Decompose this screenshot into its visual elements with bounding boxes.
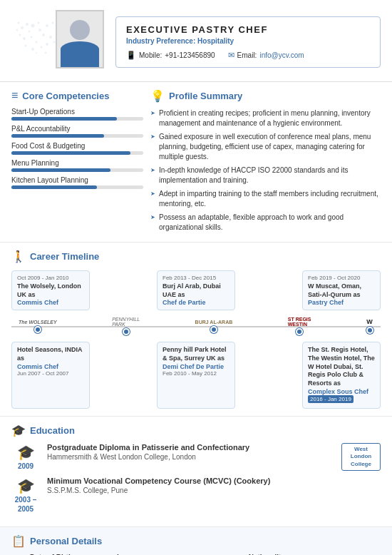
profile-label: Profile Summary: [169, 91, 242, 101]
personal-title: 📋 Personal Details: [11, 534, 381, 548]
svg-point-6: [23, 37, 26, 40]
timeline-bottom-cards: Hotel Seasons, INDIA as Commis Chef Jun …: [11, 342, 381, 408]
competencies-list: Start-Up Operations P&L Accountability F…: [11, 108, 143, 189]
email-link[interactable]: info@ycv.com: [259, 51, 304, 59]
timeline-container: Oct 2009 - Jan 2010 The Wolsely, London …: [11, 270, 381, 409]
dot-3: [210, 326, 217, 333]
competency-bar-fill-3: [11, 168, 110, 172]
svg-point-1: [26, 23, 29, 26]
svg-point-14: [42, 34, 45, 36]
svg-point-8: [38, 29, 41, 31]
svg-point-27: [16, 29, 19, 31]
personal-section: 📋 Personal Details 🎂 Date of Birth: 29th…: [0, 527, 392, 555]
edu-title-1: Postgraduate Diploma in Patisserie and C…: [47, 443, 334, 452]
logo-2: PENNYHILLPARK: [112, 317, 140, 327]
competencies-icon: ≡: [11, 89, 18, 102]
timeline-node-5: W: [366, 318, 373, 334]
education-label: Education: [30, 425, 75, 436]
svg-point-5: [19, 34, 21, 36]
profile-summary-list: Proficient in creating recipes; proficie…: [150, 108, 381, 233]
timeline-dates-bot-3: 2016 - Jan 2019: [308, 395, 354, 403]
svg-point-18: [25, 45, 27, 47]
competency-item-2: Food Cost & Budgeting: [11, 142, 143, 155]
timeline-dates-2: Feb 2013 - Dec 2015: [163, 275, 229, 281]
timeline-role-1: Commis Chef: [17, 299, 84, 306]
edu-institution-1: Hammersmith & West London College, Londo…: [47, 453, 334, 461]
logo-1: The WOLSELEY: [19, 320, 57, 325]
job-title: EXECUTIVE PASTRY CHEF: [126, 24, 370, 35]
profile-summary-content: Proficient in creating recipes; proficie…: [150, 108, 381, 233]
industry-preference: Industry Preference: Hospitality: [126, 37, 370, 45]
svg-point-7: [31, 36, 33, 39]
timeline-place-bot-2: Penny hill Park Hotel & Spa, Surrey UK a…: [163, 346, 229, 362]
competency-bar-fill-4: [11, 185, 97, 189]
competency-bar-fill-2: [11, 151, 130, 155]
competency-bar-bg-4: [11, 185, 143, 189]
profile-point-1: Gained exposure in well execution of con…: [150, 132, 381, 162]
education-icon: 🎓: [11, 424, 26, 437]
dot-4: [296, 328, 303, 335]
edu-institution-2: S.S.P.M.S. College, Pune: [47, 487, 334, 494]
avatar-body: [61, 41, 99, 67]
profile-title: 💡 Profile Summary: [150, 89, 381, 103]
timeline-node-4: ST REGISWESTIN: [288, 317, 311, 335]
timeline-card-bot-3: The St. Regis Hotel, The Westin Hotel, T…: [302, 342, 381, 408]
email-label: Email:: [237, 51, 257, 59]
industry-label: Industry Preference:: [126, 37, 195, 45]
competency-label-1: P&L Accountability: [11, 125, 143, 133]
svg-point-3: [38, 22, 40, 24]
phone-icon: 📱: [126, 51, 136, 60]
profile-point-0: Proficient in creating recipes; proficie…: [150, 108, 381, 128]
svg-point-26: [18, 22, 20, 24]
main-two-col-section: ≡ Core Competencies Start-Up Operations …: [0, 82, 392, 243]
svg-point-10: [52, 22, 54, 24]
timeline-node-2: PENNYHILLPARK: [112, 317, 140, 335]
competency-item-3: Menu Planning: [11, 159, 143, 172]
timeline-node-1: The WOLSELEY: [19, 320, 57, 333]
wlc-logo: WestLondonCollege: [341, 443, 381, 471]
career-title: 🚶 Career Timeline: [11, 250, 381, 263]
competency-item-4: Kitchen Layout Planning: [11, 176, 143, 189]
mobile-contact: 📱 Mobile: +91-123456890: [126, 51, 215, 60]
competency-label-3: Menu Planning: [11, 159, 143, 167]
timeline-logos-row: The WOLSELEY PENNYHILLPARK BURJ AL-ARAB: [11, 313, 381, 339]
svg-point-19: [31, 48, 34, 51]
svg-point-17: [36, 41, 38, 44]
competency-bar-bg-2: [11, 151, 143, 155]
profile-photo: [56, 10, 104, 68]
timeline-card-bot-2: Penny hill Park Hotel & Spa, Surrey UK a…: [157, 342, 235, 408]
header-info: EXECUTIVE PASTRY CHEF Industry Preferenc…: [115, 16, 381, 68]
timeline-card-top-3: Feb 2019 - Oct 2020 W Muscat, Oman, Sati…: [302, 270, 381, 310]
edu-year-2: 🎓 2003 – 2005: [11, 477, 40, 514]
timeline-dates-1: Oct 2009 - Jan 2010: [17, 275, 84, 281]
edu-title-2: Minimum Vocational Competency Course (MC…: [47, 477, 334, 485]
profile-point-2: In-depth knowledge of HACCP ISO 22000 st…: [150, 166, 381, 185]
competency-bar-bg-1: [11, 134, 143, 138]
two-col-layout: ≡ Core Competencies Start-Up Operations …: [11, 89, 381, 236]
timeline-place-3: W Muscat, Oman, Sati-Al-Qurum as: [308, 282, 375, 299]
timeline-dates-3: Feb 2019 - Oct 2020: [308, 275, 375, 281]
profile-summary-column: 💡 Profile Summary Proficient in creating…: [150, 89, 381, 236]
svg-point-15: [49, 36, 52, 39]
timeline-dates-bot-1: Jun 2007 - Oct 2007: [17, 370, 84, 377]
mobile-label: Mobile:: [139, 51, 162, 59]
timeline-card-top-2: Feb 2013 - Dec 2015 Burj Al Arab, Dubai …: [157, 270, 235, 310]
logo-3: BURJ AL-ARAB: [195, 320, 233, 325]
competency-item-0: Start-Up Operations: [11, 108, 143, 121]
timeline-card-top-1: Oct 2009 - Jan 2010 The Wolsely, London …: [11, 270, 90, 310]
career-icon: 🚶: [11, 250, 26, 263]
competencies-column: ≡ Core Competencies Start-Up Operations …: [11, 89, 143, 236]
dot-1: [34, 326, 41, 333]
career-label: Career Timeline: [30, 251, 99, 262]
email-contact: ✉ Email: info@ycv.com: [228, 51, 304, 60]
svg-point-2: [31, 24, 35, 28]
timeline-role-bot-1: Commis Chef: [17, 363, 84, 370]
svg-point-0: [21, 26, 24, 29]
edu-item-1: 🎓 2009 Postgraduate Diploma in Patisseri…: [11, 443, 381, 471]
competency-bar-fill-1: [11, 134, 104, 138]
education-title: 🎓 Education: [11, 424, 381, 437]
header-section: EXECUTIVE PASTRY CHEF Industry Preferenc…: [0, 0, 392, 82]
svg-point-21: [46, 43, 48, 46]
header-photos: [11, 10, 104, 74]
personal-icon: 📋: [11, 534, 26, 548]
